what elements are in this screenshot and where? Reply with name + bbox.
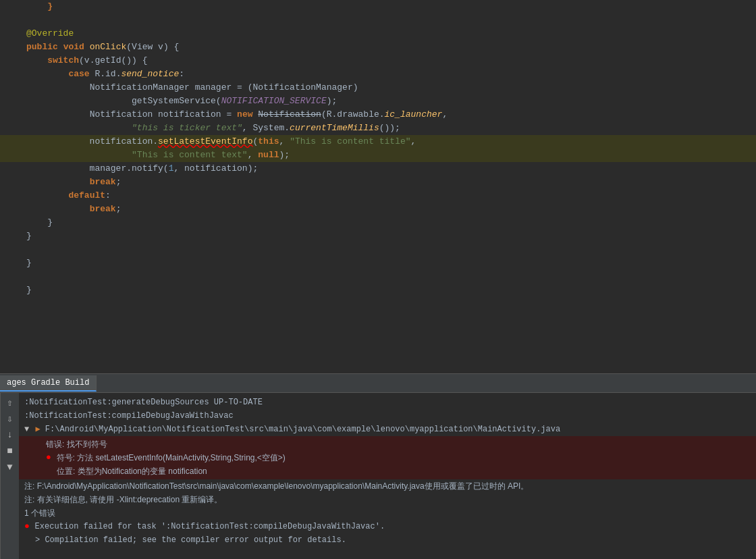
stop-button[interactable]: ■ bbox=[3, 444, 17, 458]
code-line-switch: switch(v.getId()) { bbox=[0, 54, 756, 68]
code-line: NotificationManager manager = (Notificat… bbox=[0, 81, 756, 95]
code-line: "this is ticker text", System.currentTim… bbox=[0, 122, 756, 135]
build-execution-failed: ● Execution failed for task ':Notificati… bbox=[19, 520, 756, 533]
code-line: break; bbox=[0, 203, 756, 216]
build-output: :NotificationTest:generateDebugSources U… bbox=[19, 393, 756, 559]
build-file-path: ▼ ▶ F:\Android\MyApplication\Notificatio… bbox=[19, 423, 756, 436]
code-line: getSystemService(NOTIFICATION_SERVICE); bbox=[0, 95, 756, 108]
build-message-2: :NotificationTest:compileDebugJavaWithJa… bbox=[19, 409, 756, 423]
bottom-panel: ages Gradle Build ⇧ ⇩ ↓ ■ ▼ :Notificatio… bbox=[0, 373, 756, 559]
code-line bbox=[0, 14, 756, 27]
code-line: } bbox=[0, 216, 756, 230]
build-note-1: 注: F:\Android\MyApplication\Notification… bbox=[19, 479, 756, 493]
tree-arrow-icon: ▼ bbox=[24, 423, 34, 435]
error-group: 错误: 找不到符号 ● 符号: 方法 setLatestEventInfo(Ma… bbox=[19, 436, 756, 479]
code-line bbox=[0, 243, 756, 257]
code-editor: } @Override public void onClick(View v) … bbox=[0, 0, 756, 373]
build-message-1: :NotificationTest:generateDebugSources U… bbox=[19, 396, 756, 409]
file-icon: ▶ bbox=[35, 423, 45, 435]
code-line: break; bbox=[0, 176, 756, 189]
code-line bbox=[0, 270, 756, 284]
scroll-down-button[interactable]: ⇩ bbox=[3, 412, 17, 425]
download-button[interactable]: ↓ bbox=[3, 428, 17, 442]
code-line: "This is content text", null); bbox=[0, 149, 756, 162]
code-line: Notification notification = new Notifica… bbox=[0, 108, 756, 122]
build-error-label: 错误: 找不到符号 bbox=[19, 437, 756, 451]
error-icon-1: ● bbox=[46, 452, 57, 464]
code-line: default: bbox=[0, 189, 756, 203]
code-line: manager.notify(1, notification); bbox=[0, 162, 756, 176]
build-error-location: 位置: 类型为Notification的变量 notification bbox=[19, 464, 756, 478]
build-note-2: 注: 有关详细信息, 请使用 -Xlint:deprecation 重新编译。 bbox=[19, 493, 756, 506]
code-line: } bbox=[0, 230, 756, 243]
scroll-up-button[interactable]: ⇧ bbox=[3, 396, 17, 409]
filter-button[interactable]: ▼ bbox=[3, 460, 17, 474]
code-line: } bbox=[0, 257, 756, 270]
code-line: public void onClick(View v) { bbox=[0, 41, 756, 54]
side-toolbar: ⇧ ⇩ ↓ ■ ▼ bbox=[0, 393, 19, 559]
build-error-symbol: ● 符号: 方法 setLatestEventInfo(MainActivity… bbox=[19, 451, 756, 464]
bottom-tabs: ages Gradle Build bbox=[0, 374, 756, 393]
code-line: @Override bbox=[0, 27, 756, 41]
bottom-inner: ⇧ ⇩ ↓ ■ ▼ :NotificationTest:generateDebu… bbox=[0, 393, 756, 559]
code-line: } bbox=[0, 284, 756, 297]
error-icon-2: ● bbox=[24, 521, 35, 533]
code-line: } bbox=[0, 0, 756, 14]
code-line: case R.id.send_notice: bbox=[0, 68, 756, 81]
build-compilation-failed: > Compilation failed; see the compiler e… bbox=[19, 533, 756, 547]
build-error-count: 1 个错误 bbox=[19, 506, 756, 520]
code-line-highlighted: notification.setLatestEventInfo(this, "T… bbox=[0, 135, 756, 149]
gradle-build-tab[interactable]: ages Gradle Build bbox=[0, 375, 97, 392]
